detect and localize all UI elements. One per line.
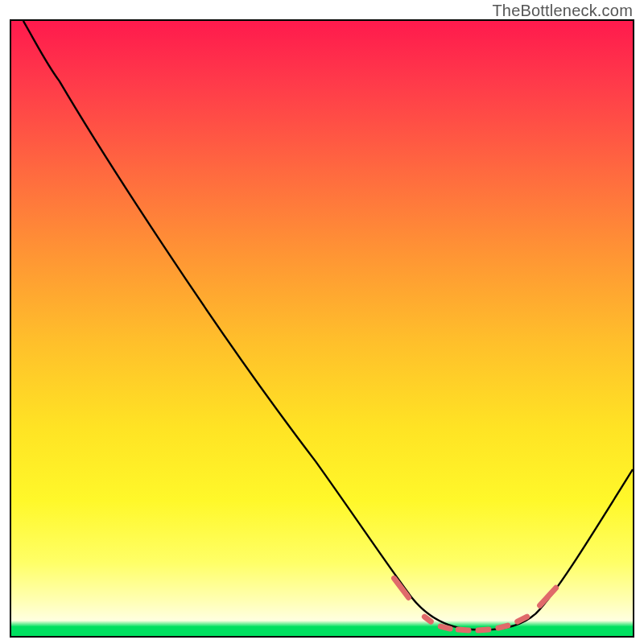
chart-svg <box>11 21 633 636</box>
svg-line-3 <box>458 630 469 630</box>
chart-frame <box>10 19 634 638</box>
svg-line-7 <box>540 588 556 605</box>
bottleneck-curve-path <box>23 21 633 630</box>
svg-line-2 <box>440 626 450 629</box>
svg-line-4 <box>478 630 489 630</box>
svg-line-1 <box>424 617 431 621</box>
svg-line-0 <box>394 578 409 597</box>
svg-line-5 <box>498 625 508 628</box>
watermark-text: TheBottleneck.com <box>492 2 633 20</box>
